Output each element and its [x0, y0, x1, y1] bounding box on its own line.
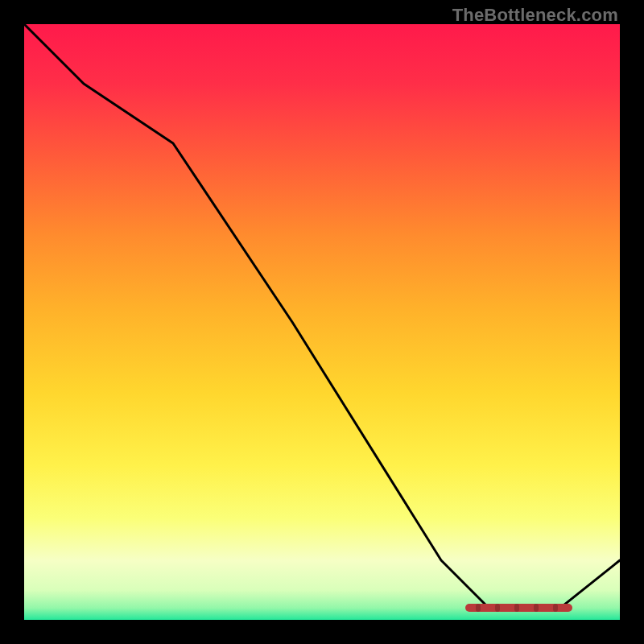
- watermark: TheBottleneck.com: [452, 5, 618, 26]
- chart-frame: TheBottleneck.com: [0, 0, 644, 644]
- plot-area: [24, 24, 620, 620]
- optimal-range-marker: [465, 604, 572, 612]
- bottleneck-curve: [24, 24, 620, 620]
